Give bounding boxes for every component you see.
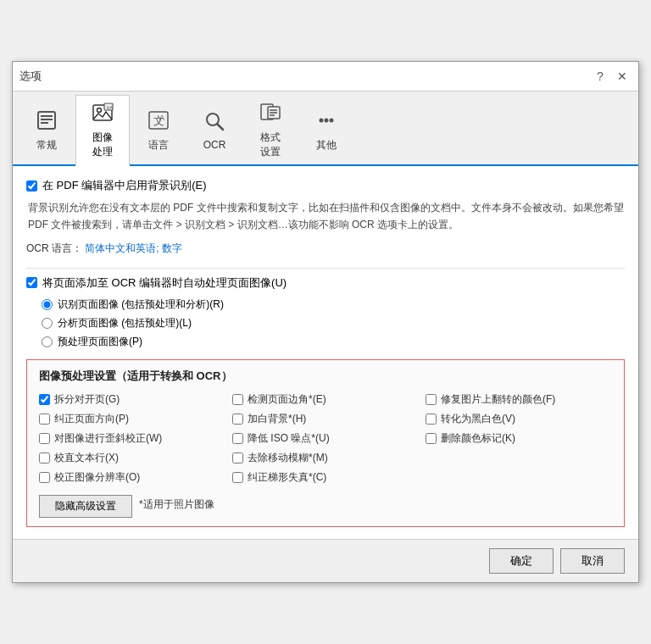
chk-deblur[interactable] (232, 452, 243, 464)
help-button[interactable]: ? (591, 67, 609, 86)
svg-text:文A: 文A (106, 105, 114, 110)
svg-text:A: A (159, 114, 164, 122)
footer: 确定 取消 (13, 539, 638, 582)
radio-label-1: 分析页面图像 (包括预处理)(L) (58, 316, 192, 330)
chk-keystone[interactable] (232, 472, 243, 483)
chk-deblur-label: 去除移动模糊*(M) (248, 451, 328, 465)
chk-straighten[interactable] (39, 452, 50, 464)
svg-rect-2 (41, 119, 53, 120)
dialog-title: 选项 (19, 69, 42, 84)
chk-bw[interactable] (426, 414, 437, 425)
title-bar-controls: ? ✕ (591, 67, 632, 86)
chk-white-bg-label: 加白背景*(H) (248, 412, 306, 426)
check-col2-4: 纠正梯形失真*(C) (232, 470, 419, 485)
check-col3-0: 修复图片上翻转的颜色(F) (426, 392, 612, 407)
tab-format-icon (259, 101, 282, 127)
chk-invert-label: 修复图片上翻转的颜色(F) (441, 392, 555, 407)
radio-1[interactable] (42, 318, 53, 329)
chk-orient-label: 纠正页面方向(P) (54, 412, 129, 426)
check-col2-0: 检测页面边角*(E) (232, 392, 419, 407)
tab-format[interactable]: 格式设置 (243, 95, 298, 164)
chk-denoise-label: 降低 ISO 噪点*(U) (248, 431, 330, 446)
title-bar: 选项 ? ✕ (13, 62, 638, 92)
tab-ocr[interactable]: OCR (187, 95, 242, 164)
note-text: *适用于照片图像 (139, 497, 214, 512)
chk-remove-color[interactable] (426, 433, 437, 444)
check-col2-1: 加白背景*(H) (232, 412, 419, 426)
img-proc-box: 图像预处理设置（适用于转换和 OCR） 拆分对开页(G) 纠正页面方向(P) 对… (26, 359, 625, 527)
main-content: 在 PDF 编辑器中启用背景识别(E) 背景识别允许您在没有文本层的 PDF 文… (13, 166, 638, 538)
radio-group: 识别页面图像 (包括预处理和分析)(R) 分析页面图像 (包括预处理)(L) 预… (42, 297, 625, 349)
svg-rect-3 (41, 122, 48, 124)
tab-other-icon (314, 108, 338, 135)
img-proc-grid: 拆分对开页(G) 纠正页面方向(P) 对图像进行歪斜校正(W) 校直文本行(X) (39, 392, 612, 485)
chk-split-label: 拆分对开页(G) (54, 392, 120, 407)
chk-bw-label: 转化为黑白色(V) (441, 412, 515, 426)
chk-detect-corners-label: 检测页面边角*(E) (248, 392, 326, 407)
img-proc-title: 图像预处理设置（适用于转换和 OCR） (39, 369, 612, 384)
check-col1-3: 校直文本行(X) (39, 451, 225, 465)
dialog: 选项 ? ✕ 常规 文A 图像处理 文A 语言 (12, 61, 639, 582)
tab-general-icon (35, 108, 58, 135)
tab-general-label: 常规 (36, 138, 57, 153)
tab-ocr-icon (203, 109, 226, 136)
svg-line-12 (218, 125, 224, 130)
check-col1-2: 对图像进行歪斜校正(W) (39, 431, 225, 446)
chk-remove-color-label: 删除颜色标记(K) (441, 431, 515, 446)
chk-straighten-label: 校直文本行(X) (54, 451, 119, 465)
chk-denoise[interactable] (232, 433, 243, 444)
radio-item-2: 预处理页面图像(P) (42, 335, 625, 349)
tab-language-icon: 文A (147, 108, 170, 135)
tab-other[interactable]: 其他 (299, 95, 353, 164)
tab-image[interactable]: 文A 图像处理 (75, 95, 130, 166)
close-button[interactable]: ✕ (613, 67, 632, 86)
check-col1-1: 纠正页面方向(P) (39, 412, 225, 426)
check-col1-4: 校正图像分辨率(O) (39, 470, 225, 485)
chk-white-bg[interactable] (232, 414, 243, 425)
cancel-button[interactable]: 取消 (560, 548, 625, 574)
check-col1-0: 拆分对开页(G) (39, 392, 225, 407)
chk-deskew[interactable] (39, 433, 50, 444)
tab-ocr-label: OCR (203, 139, 226, 151)
section1-checkbox-label[interactable]: 在 PDF 编辑器中启用背景识别(E) (42, 178, 207, 193)
chk-detect-corners[interactable] (232, 394, 243, 405)
ocr-lang-link[interactable]: 简体中文和英语; 数字 (85, 242, 182, 254)
radio-label-0: 识别页面图像 (包括预处理和分析)(R) (58, 297, 224, 312)
section1-checkbox[interactable] (26, 180, 37, 192)
radio-2[interactable] (42, 336, 53, 347)
chk-keystone-label: 纠正梯形失真*(C) (248, 470, 326, 485)
chk-resolution-label: 校正图像分辨率(O) (54, 470, 140, 485)
tab-image-icon: 文A (91, 101, 114, 127)
svg-point-18 (320, 118, 324, 122)
col1: 拆分对开页(G) 纠正页面方向(P) 对图像进行歪斜校正(W) 校直文本行(X) (39, 392, 225, 485)
ocr-lang-row: OCR 语言： 简体中文和英语; 数字 (26, 242, 625, 256)
svg-rect-1 (41, 115, 53, 117)
col2: 检测页面边角*(E) 加白背景*(H) 降低 ISO 噪点*(U) 去除移动模糊… (232, 392, 419, 485)
svg-point-19 (325, 118, 329, 122)
section1-desc: 背景识别允许您在没有文本层的 PDF 文件中搜索和复制文字，比如在扫描件和仅含图… (28, 200, 625, 232)
radio-item-1: 分析页面图像 (包括预处理)(L) (42, 316, 625, 330)
tab-language-label: 语言 (148, 138, 169, 153)
radio-0[interactable] (42, 299, 53, 310)
radio-label-2: 预处理页面图像(P) (58, 335, 142, 349)
tab-language[interactable]: 文A 语言 (131, 95, 186, 164)
check-col2-3: 去除移动模糊*(M) (232, 451, 419, 465)
section2-check: 将页面添加至 OCR 编辑器时自动处理页面图像(U) (26, 275, 625, 291)
section2-checkbox[interactable] (26, 277, 37, 288)
check-col3-2: 删除颜色标记(K) (426, 431, 612, 446)
chk-split[interactable] (39, 394, 50, 405)
svg-point-5 (97, 108, 102, 113)
tab-bar: 常规 文A 图像处理 文A 语言 OCR 格式设置 (13, 92, 638, 166)
ocr-lang-prefix: OCR 语言： (26, 242, 82, 254)
svg-point-20 (330, 118, 334, 122)
hide-advanced-button[interactable]: 隐藏高级设置 (39, 495, 132, 518)
check-col2-2: 降低 ISO 噪点*(U) (232, 431, 419, 446)
chk-resolution[interactable] (39, 472, 50, 483)
chk-invert[interactable] (426, 394, 437, 405)
chk-deskew-label: 对图像进行歪斜校正(W) (54, 431, 162, 446)
section2-checkbox-label[interactable]: 将页面添加至 OCR 编辑器时自动处理页面图像(U) (42, 275, 287, 291)
ok-button[interactable]: 确定 (489, 548, 554, 574)
divider1 (26, 268, 625, 269)
tab-general[interactable]: 常规 (19, 95, 74, 164)
chk-orient[interactable] (39, 414, 50, 425)
